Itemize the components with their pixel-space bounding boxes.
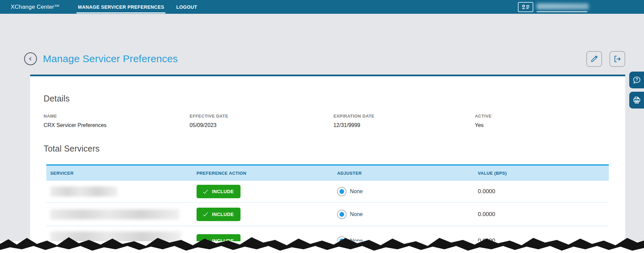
- details-grid: NAME CRX Servicer Preferences EFFECTIVE …: [44, 114, 612, 128]
- print-icon: [632, 96, 641, 105]
- field-value: CRX Servicer Preferences: [44, 122, 190, 128]
- check-icon: [202, 211, 209, 218]
- adjuster-radio-none[interactable]: None: [337, 210, 474, 219]
- table-header-row: SERVICER PREFERENCE ACTION ADJUSTER VALU…: [46, 164, 609, 181]
- radio-button-icon: [337, 210, 346, 219]
- svg-text:?: ?: [636, 77, 638, 82]
- include-button[interactable]: INCLUDE: [197, 208, 240, 221]
- table-row: INCLUDE None 0.0000: [46, 226, 609, 253]
- field-value: 12/31/9999: [333, 122, 475, 128]
- column-header-adjuster[interactable]: ADJUSTER: [333, 171, 474, 176]
- column-header-value-bps[interactable]: VALUE (BPS): [474, 171, 609, 176]
- nav-item-label: LOGOUT: [176, 4, 197, 10]
- check-icon: [202, 188, 209, 195]
- edit-button[interactable]: [586, 51, 602, 67]
- column-header-preference-action[interactable]: PREFERENCE ACTION: [193, 171, 333, 176]
- detail-field-effective-date: EFFECTIVE DATE 05/09/2023: [190, 114, 333, 128]
- brand-servicemark: SM: [54, 4, 59, 7]
- radio-button-icon: [337, 236, 346, 246]
- back-icon: [27, 55, 34, 62]
- app-root: { "navbar": { "brand": "XChange Center",…: [0, 0, 644, 253]
- servicers-table: SERVICER PREFERENCE ACTION ADJUSTER VALU…: [46, 164, 609, 253]
- adjuster-radio-none[interactable]: None: [337, 236, 474, 246]
- servicer-name-redacted: [50, 209, 179, 219]
- value-bps: 0.0000: [478, 238, 495, 244]
- field-value: Yes: [475, 122, 612, 128]
- field-label: ACTIVE: [475, 114, 612, 119]
- table-row: INCLUDE None 0.0000: [46, 203, 609, 226]
- user-name-underline: [537, 11, 587, 12]
- field-label: EXPIRATION DATE: [333, 114, 475, 119]
- pencil-icon: [590, 54, 599, 63]
- field-label: EFFECTIVE DATE: [190, 114, 333, 119]
- check-icon: [202, 238, 209, 245]
- top-navbar: XChange CenterSM MANAGE SERVICER PREFERE…: [0, 0, 644, 14]
- include-label: INCLUDE: [212, 189, 234, 194]
- page-actions: [586, 51, 625, 67]
- include-label: INCLUDE: [212, 212, 234, 217]
- nav-item-label: MANAGE SERVICER PREFERENCES: [78, 4, 164, 10]
- detail-field-expiration-date: EXPIRATION DATE 12/31/9999: [333, 114, 475, 128]
- help-button[interactable]: ?: [629, 72, 644, 88]
- detail-field-active: ACTIVE Yes: [475, 114, 612, 128]
- user-badge[interactable]: [518, 0, 589, 14]
- exit-button[interactable]: [609, 51, 625, 67]
- main-nav: MANAGE SERVICER PREFERENCES LOGOUT: [72, 0, 203, 14]
- radio-label: None: [350, 188, 363, 195]
- id-card-icon: [518, 2, 533, 12]
- include-button[interactable]: INCLUDE: [197, 185, 240, 198]
- nav-item-logout[interactable]: LOGOUT: [170, 0, 203, 14]
- brand-logo[interactable]: XChange CenterSM: [11, 0, 59, 14]
- column-header-servicer[interactable]: SERVICER: [46, 171, 193, 176]
- radio-label: None: [350, 211, 363, 217]
- value-bps: 0.0000: [478, 188, 495, 195]
- servicer-name-redacted: [50, 186, 117, 197]
- field-label: NAME: [44, 114, 190, 119]
- table-row: INCLUDE None 0.0000: [46, 181, 609, 203]
- include-label: INCLUDE: [212, 238, 234, 244]
- exit-icon: [613, 54, 622, 64]
- value-bps: 0.0000: [478, 211, 495, 217]
- help-icon: ?: [632, 76, 641, 85]
- adjuster-radio-none[interactable]: None: [337, 187, 474, 196]
- details-heading: Details: [44, 76, 612, 103]
- user-name-blur: [537, 3, 589, 9]
- user-name-redacted: [537, 2, 589, 12]
- page-title: Manage Servicer Preferences: [43, 53, 178, 65]
- nav-item-manage-servicer-preferences[interactable]: MANAGE SERVICER PREFERENCES: [72, 0, 170, 14]
- content-card: Details NAME CRX Servicer Preferences EF…: [30, 76, 625, 253]
- page-header: Manage Servicer Preferences: [24, 50, 625, 67]
- total-servicers-heading: Total Servicers: [44, 144, 612, 154]
- print-button[interactable]: [629, 92, 644, 109]
- back-button[interactable]: [24, 52, 37, 65]
- detail-field-name: NAME CRX Servicer Preferences: [44, 114, 190, 128]
- include-button[interactable]: INCLUDE: [197, 234, 240, 248]
- radio-label: None: [350, 238, 363, 244]
- brand-text: XChange Center: [11, 4, 54, 10]
- side-toolbar: ?: [629, 72, 644, 109]
- servicer-name-redacted: [50, 231, 181, 250]
- field-value: 05/09/2023: [190, 122, 333, 128]
- radio-button-icon: [337, 187, 346, 196]
